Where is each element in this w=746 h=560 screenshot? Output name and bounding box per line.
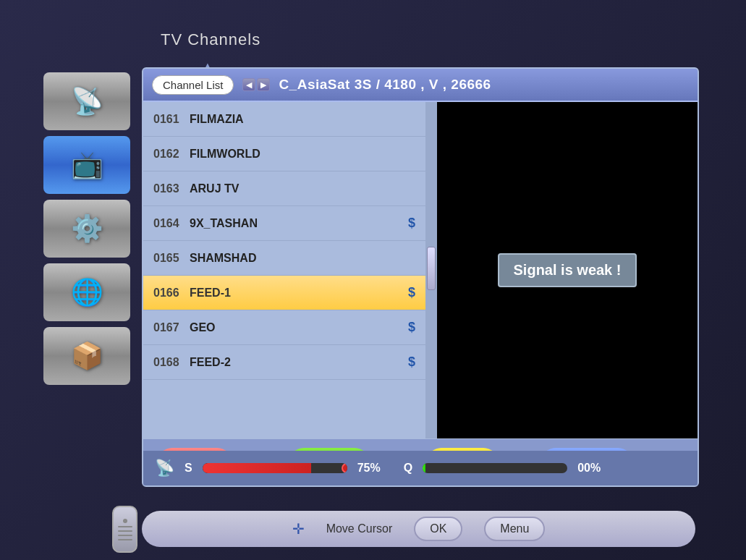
channel-dollar: $: [408, 320, 415, 335]
signal-s-fill: [203, 463, 311, 473]
sidebar-item-network[interactable]: 🌐: [43, 263, 130, 321]
signal-q-fill: [423, 463, 425, 473]
sidebar-item-device[interactable]: 📦: [43, 327, 130, 385]
channel-num: 0165: [153, 252, 190, 265]
satellite-icon: 📡: [71, 86, 103, 116]
settings-icon: ⚙️: [71, 213, 103, 244]
channel-dollar: $: [408, 216, 415, 231]
channel-name: GEO: [190, 321, 408, 334]
channel-item-0161[interactable]: 0161 FILMAZIA: [143, 102, 425, 137]
s-label: S: [185, 462, 192, 475]
channel-name: FEED-1: [190, 287, 408, 300]
nav-left-arrow[interactable]: ◀: [242, 78, 255, 91]
sidebar-item-satellite[interactable]: 📡: [43, 72, 130, 130]
signal-weak-text: Signal is weak !: [514, 262, 622, 278]
channel-name: ARUJ TV: [190, 182, 415, 195]
page-title: TV Channels: [161, 30, 260, 49]
channel-item-0168[interactable]: 0168 FEED-2 $: [143, 345, 425, 380]
sidebar: 📡 📺 ⚙️ 🌐 📦: [43, 72, 130, 385]
q-label: Q: [404, 462, 412, 475]
bottom-nav: ✛ Move Cursor OK Menu: [142, 511, 695, 547]
sidebar-item-tv[interactable]: 📺: [43, 136, 130, 194]
remote-icon: [112, 506, 137, 553]
channel-num: 0167: [153, 321, 190, 334]
signal-s-dot: [342, 463, 347, 473]
channel-name: FILMWORLD: [190, 148, 415, 161]
channel-list-label: Channel List: [163, 79, 223, 91]
signal-bar-area: 📡 S 75% Q 00%: [143, 451, 698, 485]
satellite-info: C_AsiaSat 3S / 4180 , V , 26666: [279, 77, 491, 93]
cursor-move-icon: ✛: [292, 520, 305, 538]
channel-item-0167[interactable]: 0167 GEO $: [143, 310, 425, 345]
channel-item-0165[interactable]: 0165 SHAMSHAD: [143, 241, 425, 276]
satellite-signal-icon: 📡: [155, 459, 174, 478]
signal-weak-box: Signal is weak !: [498, 253, 637, 287]
preview-area: Signal is weak !: [437, 102, 698, 438]
tv-icon: 📺: [71, 150, 103, 180]
channel-dollar: $: [408, 355, 415, 370]
scrollbar[interactable]: [425, 102, 437, 438]
s-percent: 75%: [357, 462, 386, 475]
channel-num: 0162: [153, 148, 190, 161]
scrollbar-thumb[interactable]: [427, 247, 436, 290]
q-percent: 00%: [577, 462, 606, 475]
channel-dollar: $: [408, 285, 415, 300]
channel-name: 9X_TASHAN: [190, 217, 408, 230]
channel-name: FILMAZIA: [190, 113, 415, 126]
channel-num: 0164: [153, 217, 190, 230]
signal-s-track: [203, 463, 347, 473]
channel-item-0166[interactable]: 0166 FEED-1 $: [143, 276, 425, 310]
menu-button[interactable]: Menu: [484, 517, 545, 541]
channel-num: 0168: [153, 356, 190, 369]
channel-list-button[interactable]: Channel List: [152, 75, 234, 95]
signal-q-track: [423, 463, 567, 473]
main-panel: Channel List ◀ ▶ C_AsiaSat 3S / 4180 , V…: [142, 67, 699, 487]
content-area: 0161 FILMAZIA 0162 FILMWORLD 0163 ARUJ T…: [143, 102, 698, 438]
device-icon: 📦: [71, 341, 103, 371]
nav-right-arrow[interactable]: ▶: [257, 78, 270, 91]
channel-item-0163[interactable]: 0163 ARUJ TV: [143, 171, 425, 206]
channel-name: FEED-2: [190, 356, 408, 369]
channel-item-0162[interactable]: 0162 FILMWORLD: [143, 137, 425, 171]
move-cursor-label: Move Cursor: [326, 522, 393, 535]
channel-item-0164[interactable]: 0164 9X_TASHAN $: [143, 206, 425, 241]
header-bar: Channel List ◀ ▶ C_AsiaSat 3S / 4180 , V…: [143, 69, 698, 102]
sidebar-item-settings[interactable]: ⚙️: [43, 200, 130, 258]
channel-num: 0161: [153, 113, 190, 126]
channel-list[interactable]: 0161 FILMAZIA 0162 FILMWORLD 0163 ARUJ T…: [143, 102, 425, 438]
nav-arrows: ◀ ▶: [242, 78, 270, 91]
ok-button[interactable]: OK: [414, 517, 462, 541]
network-icon: 🌐: [71, 277, 103, 307]
channel-num: 0166: [153, 287, 190, 300]
channel-name: SHAMSHAD: [190, 252, 415, 265]
channel-num: 0163: [153, 182, 190, 195]
